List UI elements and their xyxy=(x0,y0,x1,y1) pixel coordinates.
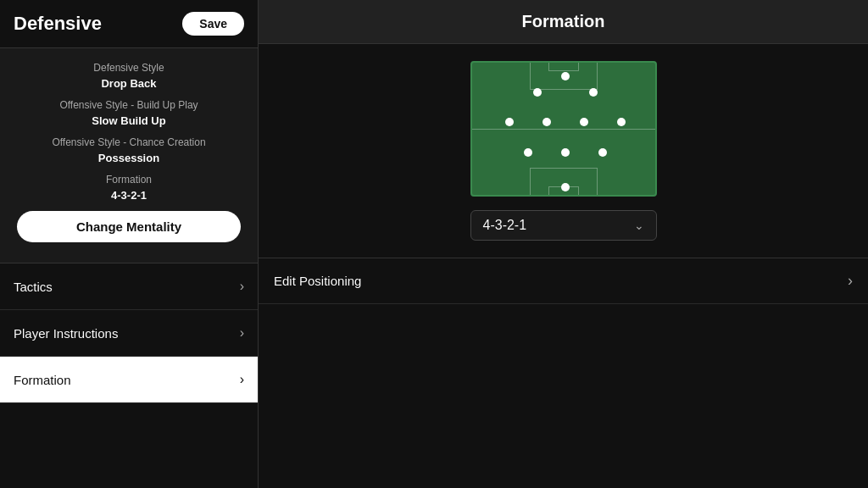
nav-item-formation[interactable]: Formation › xyxy=(0,357,258,403)
player-dot xyxy=(561,72,570,80)
change-mentality-button[interactable]: Change Mentality xyxy=(17,211,241,242)
player-dot xyxy=(561,183,570,191)
save-button[interactable]: Save xyxy=(182,12,244,36)
player-dot xyxy=(617,118,626,126)
left-panel: Defensive Save Defensive Style Drop Back… xyxy=(0,0,259,488)
player-dot xyxy=(598,148,607,157)
defensive-style-row: Defensive Style Drop Back xyxy=(8,62,249,91)
player-dot xyxy=(505,118,514,126)
edit-positioning-label: Edit Positioning xyxy=(274,274,361,288)
defensive-style-label: Defensive Style xyxy=(8,62,249,74)
football-pitch xyxy=(470,61,657,197)
nav-items: Tactics › Player Instructions › Formatio… xyxy=(0,263,258,488)
defensive-style-value: Drop Back xyxy=(101,77,156,90)
offensive-chance-value: Possession xyxy=(98,152,159,164)
player-dot xyxy=(580,118,588,126)
pitch-center-line xyxy=(472,129,655,130)
formation-info-label: Formation xyxy=(8,174,249,186)
player-dot xyxy=(589,88,598,97)
chevron-right-icon: › xyxy=(240,372,244,387)
formation-select[interactable]: 4-3-2-1 ⌄ xyxy=(470,210,657,241)
nav-item-player-instructions-label: Player Instructions xyxy=(14,326,118,341)
right-content-empty xyxy=(259,304,868,488)
offensive-buildup-row: Offensive Style - Build Up Play Slow Bui… xyxy=(8,99,249,128)
pitch-goal-top xyxy=(548,63,579,71)
chevron-right-icon: › xyxy=(240,279,244,294)
nav-item-tactics-label: Tactics xyxy=(14,280,53,294)
right-panel: Formation 4-3-2-1 ⌄ Edit Positioning › xyxy=(259,0,868,488)
right-panel-title: Formation xyxy=(522,12,605,30)
offensive-chance-label: Offensive Style - Chance Creation xyxy=(8,136,249,148)
player-dot xyxy=(561,148,570,157)
chevron-right-icon: › xyxy=(240,325,244,341)
formation-select-value: 4-3-2-1 xyxy=(483,218,527,233)
player-dot xyxy=(533,88,542,97)
right-header: Formation xyxy=(259,0,868,44)
offensive-buildup-value: Slow Build Up xyxy=(92,114,165,127)
chevron-right-icon: › xyxy=(848,272,853,290)
offensive-buildup-label: Offensive Style - Build Up Play xyxy=(8,99,249,111)
chevron-down-icon: ⌄ xyxy=(634,219,644,232)
offensive-chance-row: Offensive Style - Chance Creation Posses… xyxy=(8,136,249,165)
page-title: Defensive xyxy=(14,13,102,35)
header-bar: Defensive Save xyxy=(0,0,258,48)
player-dot xyxy=(524,148,532,157)
edit-positioning-row[interactable]: Edit Positioning › xyxy=(259,258,868,304)
formation-info-value: 4-3-2-1 xyxy=(111,189,147,202)
formation-info-row: Formation 4-3-2-1 xyxy=(8,174,249,202)
formation-area: 4-3-2-1 ⌄ xyxy=(259,44,868,258)
nav-item-formation-label: Formation xyxy=(14,373,71,387)
nav-item-tactics[interactable]: Tactics › xyxy=(0,263,258,310)
player-dot xyxy=(542,118,551,126)
nav-item-player-instructions[interactable]: Player Instructions › xyxy=(0,310,258,357)
info-section: Defensive Style Drop Back Offensive Styl… xyxy=(0,48,258,263)
